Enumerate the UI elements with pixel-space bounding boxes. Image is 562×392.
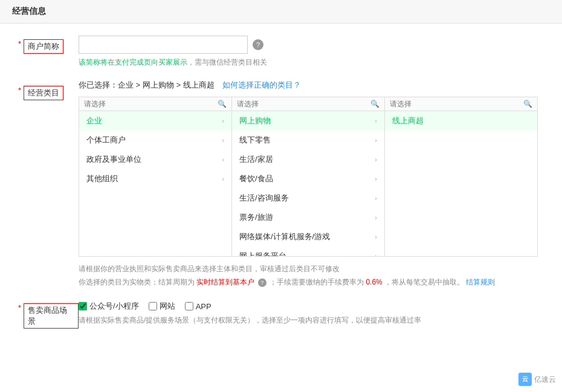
scene-checkbox-2[interactable] bbox=[185, 302, 193, 310]
sales-scene-hint: 请根据实际售卖商品/提供服务场景（与支付权限无关），选择至少一项内容进行填写，以… bbox=[79, 315, 544, 326]
dropdown-item-2-6[interactable]: 网络媒体/计算机服务/游戏 › bbox=[232, 227, 384, 246]
merchant-name-label-text: 商户简称 bbox=[24, 39, 63, 54]
scene-checkbox-1[interactable] bbox=[149, 302, 157, 310]
scene-option-label-2: APP bbox=[196, 302, 212, 311]
dropdown-search-3: 🔍 bbox=[385, 97, 537, 111]
scene-option-label-1: 网站 bbox=[160, 301, 175, 312]
merchant-name-hint-link[interactable]: 该简称将在支付完成页向买家展示 bbox=[79, 58, 187, 66]
settlement-link[interactable]: 实时结算到基本户 bbox=[196, 278, 254, 286]
page-container: 经营信息 * 商户简称 ? 该简称将在支付完成页向买家展示，需与微信经营类目相关 bbox=[0, 0, 562, 392]
dropdown-item-3-0[interactable]: 线上商超 bbox=[385, 111, 537, 130]
business-category-label-text: 经营类目 bbox=[24, 86, 63, 100]
section-title: 经营信息 bbox=[12, 6, 46, 16]
merchant-name-hint-suffix: ，需与微信经营类目相关 bbox=[187, 58, 267, 66]
business-category-label: * 经营类目 bbox=[18, 80, 79, 100]
search-icon-2: 🔍 bbox=[370, 100, 380, 108]
chevron-1-0: › bbox=[222, 117, 224, 124]
scene-option-label-0: 公众号/小程序 bbox=[89, 301, 139, 312]
merchant-name-input[interactable] bbox=[79, 36, 248, 54]
required-star-category: * bbox=[18, 86, 21, 95]
chevron-2-1: › bbox=[375, 137, 377, 144]
dropdown-item-2-0[interactable]: 网上购物 › bbox=[232, 111, 384, 130]
dropdown-item-1-1[interactable]: 个体工商户 › bbox=[79, 130, 231, 150]
merchant-name-input-row: ? bbox=[79, 36, 544, 54]
dropdown-column-2: 🔍 网上购物 › 线下零售 › 生活 bbox=[232, 97, 385, 256]
scene-checkbox-0[interactable] bbox=[79, 302, 87, 310]
selection-text: 你已选择：企业 > 网上购物 > 线上商超 bbox=[79, 80, 215, 89]
dropdown-search-input-1[interactable] bbox=[84, 100, 218, 108]
chevron-1-3: › bbox=[222, 175, 224, 182]
required-star-merchant: * bbox=[18, 39, 21, 48]
search-icon-3: 🔍 bbox=[523, 100, 532, 108]
dropdown-item-2-5[interactable]: 票务/旅游 › bbox=[232, 208, 384, 227]
chevron-2-6: › bbox=[375, 233, 377, 240]
dropdowns-container: 🔍 企业 › 个体工商户 › 政府及 bbox=[79, 97, 538, 257]
chevron-2-0: › bbox=[375, 117, 377, 124]
section-header: 经营信息 bbox=[0, 0, 562, 24]
selection-display: 你已选择：企业 > 网上购物 > 线上商超 如何选择正确的类目？ bbox=[79, 80, 544, 91]
merchant-name-content: ? 该简称将在支付完成页向买家展示，需与微信经营类目相关 bbox=[79, 36, 544, 68]
dropdown-column-1: 🔍 企业 › 个体工商户 › 政府及 bbox=[79, 97, 232, 256]
help-icon-settlement[interactable]: ? bbox=[258, 278, 266, 287]
dropdown-list-2[interactable]: 网上购物 › 线下零售 › 生活/家居 › bbox=[232, 111, 384, 256]
scene-option-0[interactable]: 公众号/小程序 bbox=[79, 301, 139, 312]
business-category-content: 你已选择：企业 > 网上购物 > 线上商超 如何选择正确的类目？ 🔍 企业 bbox=[79, 80, 544, 289]
chevron-2-4: › bbox=[375, 194, 377, 202]
business-category-row: * 经营类目 你已选择：企业 > 网上购物 > 线上商超 如何选择正确的类目？ … bbox=[18, 80, 544, 289]
search-icon-1: 🔍 bbox=[218, 100, 227, 108]
dropdown-search-input-3[interactable] bbox=[390, 100, 523, 108]
how-to-select-link[interactable]: 如何选择正确的类目？ bbox=[222, 80, 301, 89]
info-block: 请根据你的营业执照和实际售卖商品来选择主体和类目，审核通过后类目不可修改 你选择… bbox=[79, 263, 538, 289]
chevron-2-5: › bbox=[375, 214, 377, 221]
logo-watermark: 云 亿速云 bbox=[518, 373, 556, 386]
dropdown-search-2: 🔍 bbox=[232, 97, 384, 111]
sales-scene-label: * 售卖商品场景 bbox=[18, 301, 79, 329]
chevron-1-2: › bbox=[222, 156, 224, 163]
scene-option-2[interactable]: APP bbox=[185, 302, 212, 311]
dropdown-column-3: 🔍 线上商超 bbox=[385, 97, 537, 256]
sales-scene-row: * 售卖商品场景 公众号/小程序 网站 APP bbox=[18, 301, 544, 329]
merchant-name-row: * 商户简称 ? 该简称将在支付完成页向买家展示，需与微信经营类目相关 bbox=[18, 36, 544, 68]
chevron-2-7: › bbox=[375, 252, 377, 256]
sales-scene-content: 公众号/小程序 网站 APP 请根据实际售卖商品/提供服务场景（与支付权限无关）… bbox=[79, 301, 544, 326]
dropdown-list-3[interactable]: 线上商超 bbox=[385, 111, 537, 130]
chevron-2-3: › bbox=[375, 175, 377, 182]
chevron-1-1: › bbox=[222, 137, 224, 144]
settlement-rules-link[interactable]: 结算规则 bbox=[466, 278, 495, 286]
scene-checkboxes-row: 公众号/小程序 网站 APP bbox=[79, 301, 544, 312]
dropdown-item-2-7[interactable]: 网上服务平台 › bbox=[232, 246, 384, 256]
dropdown-search-input-2[interactable] bbox=[237, 100, 370, 108]
rate-text: 0.6% bbox=[366, 278, 382, 286]
dropdown-item-2-2[interactable]: 生活/家居 › bbox=[232, 150, 384, 169]
chevron-2-2: › bbox=[375, 156, 377, 163]
dropdown-item-1-0[interactable]: 企业 › bbox=[79, 111, 231, 130]
info-line2: 你选择的类目为实物类；结算周期为 实时结算到基本户 ? ；手续需要缴纳的手续费率… bbox=[79, 276, 538, 289]
logo-icon: 云 bbox=[518, 373, 532, 386]
scene-option-1[interactable]: 网站 bbox=[149, 301, 175, 312]
sales-scene-label-text: 售卖商品场景 bbox=[24, 303, 79, 329]
merchant-name-label: * 商户简称 bbox=[18, 36, 79, 54]
dropdown-item-1-2[interactable]: 政府及事业单位 › bbox=[79, 150, 231, 169]
dropdown-item-1-3[interactable]: 其他组织 › bbox=[79, 169, 231, 188]
form-body: * 商户简称 ? 该简称将在支付完成页向买家展示，需与微信经营类目相关 * 经营… bbox=[0, 24, 562, 353]
dropdown-item-2-3[interactable]: 餐饮/食品 › bbox=[232, 169, 384, 188]
dropdown-item-2-4[interactable]: 生活/咨询服务 › bbox=[232, 188, 384, 208]
merchant-name-hint: 该简称将在支付完成页向买家展示，需与微信经营类目相关 bbox=[79, 57, 544, 68]
help-icon[interactable]: ? bbox=[253, 39, 263, 50]
logo-text: 亿速云 bbox=[534, 374, 556, 385]
dropdown-search-1: 🔍 bbox=[79, 97, 231, 111]
dropdown-list-1[interactable]: 企业 › 个体工商户 › 政府及事业单位 › bbox=[79, 111, 231, 188]
info-line1: 请根据你的营业执照和实际售卖商品来选择主体和类目，审核通过后类目不可修改 bbox=[79, 263, 538, 276]
required-star-scene: * bbox=[18, 303, 21, 312]
dropdown-item-2-1[interactable]: 线下零售 › bbox=[232, 130, 384, 150]
